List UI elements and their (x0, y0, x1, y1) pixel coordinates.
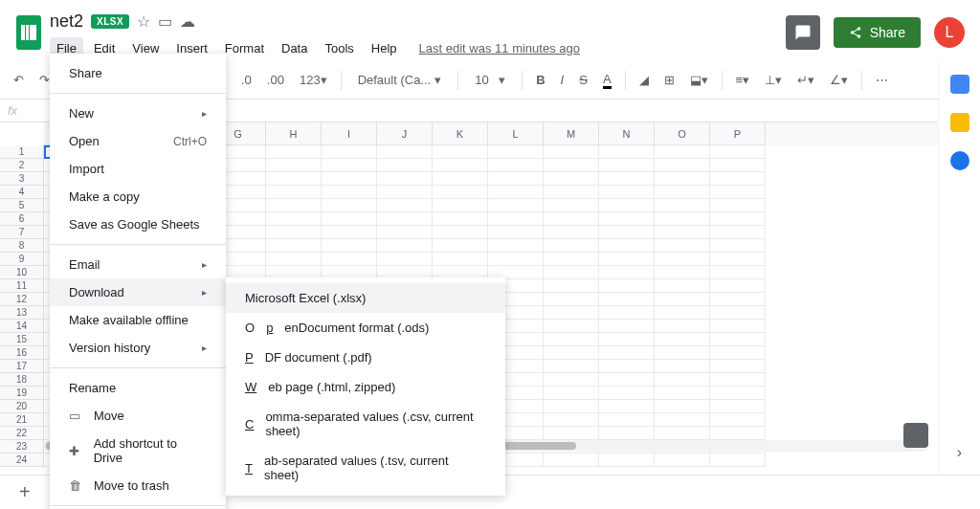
cell[interactable] (266, 212, 322, 226)
cell[interactable] (544, 306, 599, 320)
cell[interactable] (433, 145, 488, 159)
cell[interactable] (710, 239, 766, 253)
cell[interactable] (710, 387, 766, 400)
cell[interactable] (544, 413, 599, 427)
cell[interactable] (710, 413, 766, 427)
cell[interactable] (433, 186, 488, 199)
cell[interactable] (599, 145, 655, 159)
row-header[interactable]: 16 (0, 346, 44, 360)
cell[interactable] (544, 454, 599, 467)
fill-color-button[interactable]: ◢ (634, 69, 655, 91)
explore-button[interactable] (903, 423, 928, 448)
cell[interactable] (655, 427, 710, 440)
cell[interactable] (266, 253, 322, 266)
row-header[interactable]: 15 (0, 333, 44, 346)
cell[interactable] (433, 212, 488, 226)
cell[interactable] (377, 172, 433, 186)
cell[interactable] (655, 239, 710, 253)
download-xlsx[interactable]: Microsoft Excel (.xlsx) (226, 283, 505, 313)
cell[interactable] (544, 159, 599, 172)
cell[interactable] (544, 186, 599, 199)
rotate-button[interactable]: ∠▾ (824, 69, 854, 91)
cell[interactable] (655, 145, 710, 159)
row-header[interactable]: 21 (0, 413, 44, 427)
cell[interactable] (544, 320, 599, 333)
cell[interactable] (266, 226, 322, 239)
share-button[interactable]: Share (834, 17, 921, 48)
row-header[interactable]: 7 (0, 226, 44, 239)
cell[interactable] (655, 279, 710, 293)
cell[interactable] (544, 145, 599, 159)
cell[interactable] (655, 253, 710, 266)
cell[interactable] (599, 266, 655, 279)
file-move[interactable]: ▭Move (50, 402, 226, 430)
file-save-google-sheets[interactable]: Save as Google Sheets (50, 210, 226, 238)
cell[interactable] (544, 360, 599, 373)
cell[interactable] (710, 253, 766, 266)
cell[interactable] (599, 454, 655, 467)
row-header[interactable]: 5 (0, 199, 44, 212)
cell[interactable] (710, 172, 766, 186)
file-import[interactable]: Import (50, 155, 226, 183)
cell[interactable] (710, 186, 766, 199)
cell[interactable] (599, 293, 655, 306)
cell[interactable] (599, 373, 655, 387)
font-size-select[interactable]: 10 ▾ (466, 68, 514, 92)
cell[interactable] (266, 239, 322, 253)
cell[interactable] (488, 172, 544, 186)
cell[interactable] (710, 293, 766, 306)
cell[interactable] (377, 253, 433, 266)
row-header[interactable]: 18 (0, 373, 44, 387)
row-header[interactable]: 12 (0, 293, 44, 306)
strikethrough-button[interactable]: S (573, 69, 593, 91)
row-header[interactable]: 19 (0, 387, 44, 400)
sheets-logo-icon[interactable] (16, 15, 41, 50)
row-header[interactable]: 20 (0, 400, 44, 413)
cell[interactable] (599, 172, 655, 186)
keep-side-icon[interactable] (950, 113, 969, 132)
row-header[interactable]: 14 (0, 320, 44, 333)
cell[interactable] (599, 253, 655, 266)
row-header[interactable]: 3 (0, 172, 44, 186)
cell[interactable] (544, 293, 599, 306)
cell[interactable] (599, 333, 655, 346)
cell[interactable] (710, 427, 766, 440)
menu-help[interactable]: Help (365, 37, 404, 59)
cell[interactable] (544, 266, 599, 279)
comments-icon[interactable] (786, 15, 820, 50)
row-header[interactable]: 9 (0, 253, 44, 266)
cell[interactable] (322, 226, 377, 239)
cell[interactable] (655, 454, 710, 467)
text-color-button[interactable]: A (597, 68, 617, 93)
file-add-shortcut[interactable]: ✚Add shortcut to Drive (50, 430, 226, 472)
cell[interactable] (544, 346, 599, 360)
cell[interactable] (377, 239, 433, 253)
cell[interactable] (710, 360, 766, 373)
file-version-history[interactable]: Version history▸ (50, 334, 226, 362)
column-header[interactable]: L (488, 122, 544, 145)
cell[interactable] (266, 159, 322, 172)
more-button[interactable]: ⋯ (870, 69, 894, 91)
row-header[interactable]: 13 (0, 306, 44, 320)
cell[interactable] (710, 159, 766, 172)
cell[interactable] (655, 346, 710, 360)
cell[interactable] (544, 172, 599, 186)
cell[interactable] (710, 199, 766, 212)
row-header[interactable]: 2 (0, 159, 44, 172)
cell[interactable] (488, 253, 544, 266)
file-download[interactable]: Download▸ (50, 278, 226, 306)
menu-tools[interactable]: Tools (318, 37, 360, 59)
cell[interactable] (710, 333, 766, 346)
download-tsv[interactable]: Tab-separated values (.tsv, current shee… (226, 446, 505, 490)
cell[interactable] (655, 159, 710, 172)
cell[interactable] (544, 239, 599, 253)
cell[interactable] (377, 145, 433, 159)
row-header[interactable]: 17 (0, 360, 44, 373)
borders-button[interactable]: ⊞ (658, 69, 680, 91)
decrease-decimal-button[interactable]: .0 (235, 69, 257, 91)
cell[interactable] (377, 186, 433, 199)
file-move-to-trash[interactable]: 🗑Move to trash (50, 472, 226, 499)
cell[interactable] (599, 320, 655, 333)
undo-icon[interactable]: ↶ (8, 69, 30, 91)
cell[interactable] (655, 413, 710, 427)
